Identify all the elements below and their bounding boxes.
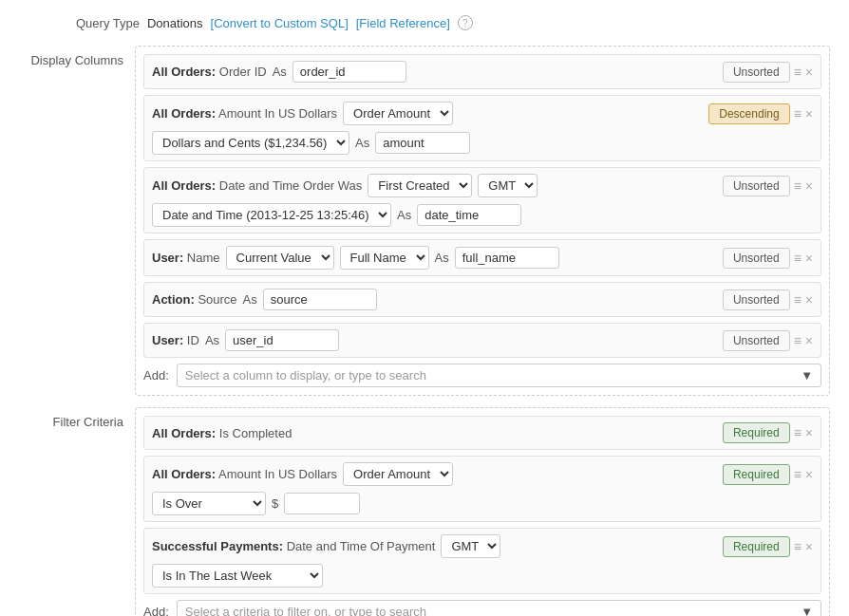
row1-sort-button[interactable]: Unsorted xyxy=(723,62,790,83)
frow3-prefix: Successful Payments: Date and Time Of Pa… xyxy=(152,539,435,553)
query-type-label: Query Type xyxy=(76,16,140,30)
row4-sort-button[interactable]: Unsorted xyxy=(723,248,790,269)
row4-alias-input[interactable] xyxy=(455,247,559,269)
row2-remove-button[interactable]: × xyxy=(805,106,813,121)
frow1-drag-handle[interactable]: ≡ xyxy=(794,425,802,440)
row5-prefix: Action: Source xyxy=(152,292,237,307)
row3-as-label: As xyxy=(397,208,411,222)
row5-remove-button[interactable]: × xyxy=(805,292,813,308)
frow3-dropdown1[interactable]: GMT xyxy=(441,534,500,558)
row3-format-dropdown[interactable]: Date and Time (2013-12-25 13:25:46) xyxy=(152,203,391,227)
row1-prefix: All Orders: Order ID xyxy=(152,65,267,79)
row5-as-label: As xyxy=(243,292,257,307)
filter-add-row: Add: Select a criteria to filter on, or … xyxy=(143,600,821,616)
row1-drag-handle[interactable]: ≡ xyxy=(794,65,802,80)
frow1-prefix: All Orders: Is Completed xyxy=(152,426,292,440)
row3-drag-handle[interactable]: ≡ xyxy=(794,178,802,194)
display-row-order-id: All Orders: Order ID As Unsorted ≡ × xyxy=(143,54,821,89)
query-type-value: Donations xyxy=(147,16,203,30)
frow3-condition-dropdown[interactable]: Is In The Last Week xyxy=(152,564,323,588)
filter-row-amount: All Orders: Amount In US Dollars Order A… xyxy=(143,456,821,522)
help-icon[interactable]: ? xyxy=(458,15,473,30)
row2-alias-input[interactable] xyxy=(375,132,470,154)
row4-drag-handle[interactable]: ≡ xyxy=(794,251,802,266)
display-add-arrow-icon: ▼ xyxy=(801,368,813,383)
row2-drag-handle[interactable]: ≡ xyxy=(794,106,802,121)
display-add-label: Add: xyxy=(143,368,169,383)
row2-prefix: All Orders: Amount In US Dollars xyxy=(152,106,337,121)
row5-alias-input[interactable] xyxy=(263,289,377,310)
row4-prefix: User: Name xyxy=(152,251,220,265)
frow2-dropdown1[interactable]: Order Amount xyxy=(343,462,453,486)
convert-to-sql-link[interactable]: [Convert to Custom SQL] xyxy=(211,16,349,30)
filter-row-payment-date: Successful Payments: Date and Time Of Pa… xyxy=(143,528,821,594)
frow3-remove-button[interactable]: × xyxy=(805,539,813,554)
frow1-sort-button[interactable]: Required xyxy=(723,422,790,443)
display-row-datetime: All Orders: Date and Time Order Was Firs… xyxy=(143,167,821,233)
frow3-sort-button[interactable]: Required xyxy=(723,536,790,557)
row2-dropdown1[interactable]: Order Amount xyxy=(343,102,453,125)
row6-as-label: As xyxy=(205,333,219,347)
frow2-prefix: All Orders: Amount In US Dollars xyxy=(152,467,337,481)
frow2-drag-handle[interactable]: ≡ xyxy=(794,467,802,482)
row1-remove-button[interactable]: × xyxy=(805,65,813,80)
row6-drag-handle[interactable]: ≡ xyxy=(794,333,802,348)
row5-sort-button[interactable]: Unsorted xyxy=(723,289,790,310)
filter-row-completed: All Orders: Is Completed Required ≡ × xyxy=(143,416,821,450)
row3-prefix: All Orders: Date and Time Order Was xyxy=(152,178,362,193)
display-row-source: Action: Source As Unsorted ≡ × xyxy=(143,282,821,317)
filter-criteria-section: All Orders: Is Completed Required ≡ × Al… xyxy=(135,407,830,616)
row4-dropdown1[interactable]: Current Value xyxy=(226,246,334,270)
display-columns-section: All Orders: Order ID As Unsorted ≡ × All… xyxy=(135,46,830,396)
row6-remove-button[interactable]: × xyxy=(805,333,813,348)
row1-as: As xyxy=(273,65,287,79)
row4-remove-button[interactable]: × xyxy=(805,251,813,266)
filter-add-arrow-icon: ▼ xyxy=(801,605,813,616)
frow2-dollar-sign: $ xyxy=(272,496,278,511)
display-row-amount: All Orders: Amount In US Dollars Order A… xyxy=(143,95,821,161)
display-add-row: Add: Select a column to display, or type… xyxy=(143,364,821,387)
field-reference-link[interactable]: [Field Reference] xyxy=(356,16,450,30)
filter-criteria-label: Filter Criteria xyxy=(19,407,123,616)
row1-alias-input[interactable] xyxy=(292,61,406,83)
row2-as-label: As xyxy=(355,136,369,150)
row3-dropdown2[interactable]: GMT xyxy=(478,174,538,197)
row2-format-dropdown[interactable]: Dollars and Cents ($1,234.56) xyxy=(152,131,349,155)
filter-add-placeholder: Select a criteria to filter on, or type … xyxy=(185,605,426,616)
filter-add-select[interactable]: Select a criteria to filter on, or type … xyxy=(177,600,821,616)
row3-alias-input[interactable] xyxy=(417,204,521,226)
frow2-remove-button[interactable]: × xyxy=(805,467,813,482)
display-row-user-id: User: ID As Unsorted ≡ × xyxy=(143,323,821,358)
display-row-user-name: User: Name Current Value Full Name As Un… xyxy=(143,239,821,276)
display-columns-label: Display Columns xyxy=(19,46,123,396)
row3-dropdown1[interactable]: First Created xyxy=(368,174,472,197)
row5-drag-handle[interactable]: ≡ xyxy=(794,292,802,308)
row6-prefix: User: ID xyxy=(152,333,199,347)
row6-sort-button[interactable]: Unsorted xyxy=(723,330,790,351)
frow2-condition-dropdown[interactable]: Is Over xyxy=(152,492,266,515)
row2-sort-button[interactable]: Descending xyxy=(708,103,789,124)
frow2-value-input[interactable] xyxy=(284,493,360,514)
row3-remove-button[interactable]: × xyxy=(805,178,813,194)
display-add-placeholder: Select a column to display, or type to s… xyxy=(185,368,426,383)
row6-alias-input[interactable] xyxy=(225,329,339,351)
row3-sort-button[interactable]: Unsorted xyxy=(723,176,790,196)
display-add-select[interactable]: Select a column to display, or type to s… xyxy=(177,364,821,387)
row4-as-label: As xyxy=(435,251,449,265)
frow1-remove-button[interactable]: × xyxy=(805,425,813,440)
row4-dropdown2[interactable]: Full Name xyxy=(340,246,429,270)
frow2-sort-button[interactable]: Required xyxy=(723,464,790,485)
frow3-drag-handle[interactable]: ≡ xyxy=(794,539,802,554)
filter-add-label: Add: xyxy=(143,605,169,616)
